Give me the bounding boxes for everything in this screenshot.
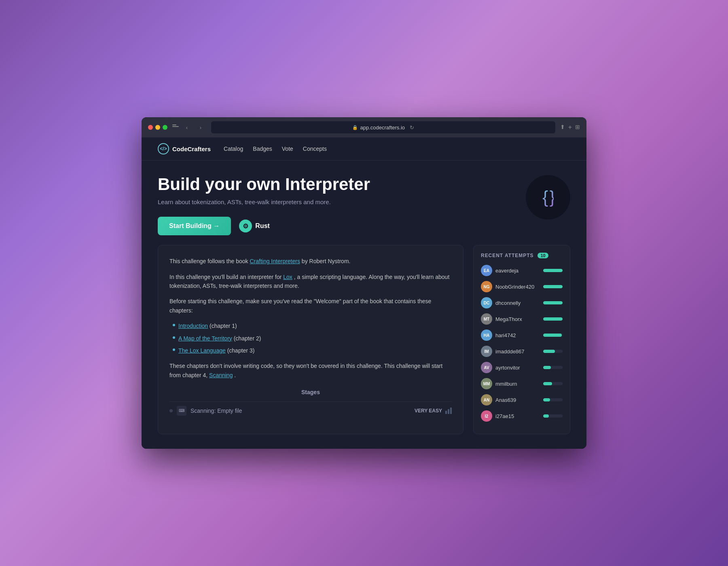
stage-left: ⌨ Scanning: Empty file — [169, 406, 242, 416]
browser-controls: ‹ › — [172, 122, 206, 133]
language-badge[interactable]: ⚙ Rust — [239, 220, 270, 232]
nav-badges[interactable]: Badges — [253, 146, 272, 152]
attempt-row[interactable]: DCdhconnelly — [481, 297, 563, 308]
progress-bar — [543, 334, 563, 337]
progress-bar — [543, 301, 563, 304]
chapters-list: Introduction (chapter 1) A Map of the Te… — [173, 321, 452, 355]
start-building-button[interactable]: Start Building → — [158, 217, 231, 235]
browser-chrome: ‹ › 🔒 app.codecrafters.io ↻ ⬆ + ⊞ — [142, 117, 586, 137]
interpreter-icon: { } — [526, 175, 570, 220]
attempt-username: i27ae15 — [495, 413, 514, 419]
back-button[interactable]: ‹ — [181, 122, 193, 133]
share-icon[interactable]: ⬆ — [560, 124, 565, 131]
attempt-username: dhconnelly — [495, 300, 521, 306]
avatar: MT — [481, 313, 492, 325]
stage-status-icon — [169, 409, 173, 412]
scanning-link[interactable]: Scanning — [209, 372, 233, 378]
hero-subtitle: Learn about tokenization, ASTs, tree-wal… — [158, 199, 510, 205]
progress-bar-fill — [543, 414, 549, 418]
progress-bar-fill — [543, 350, 555, 353]
avatar: HA — [481, 329, 492, 341]
attempt-left: HAhari4742 — [481, 329, 516, 341]
tabs-icon[interactable]: ⊞ — [575, 124, 580, 131]
recent-attempts-panel: RECENT ATTEMPTS 10 EAeaverdejaNGNoobGrin… — [473, 245, 570, 434]
list-item: The Lox Language (chapter 3) — [173, 346, 452, 355]
logo-icon: </> — [158, 143, 169, 154]
map-territory-link[interactable]: A Map of the Territory — [178, 335, 232, 342]
avatar: MM — [481, 378, 492, 389]
attempt-row[interactable]: MMmmilburn — [481, 378, 563, 389]
introduction-link[interactable]: Introduction — [178, 323, 208, 329]
attempt-left: EAeaverdeja — [481, 265, 518, 276]
attempt-row[interactable]: NGNoobGrinder420 — [481, 281, 563, 292]
attempt-left: IMimaddde867 — [481, 346, 525, 357]
maximize-button[interactable] — [163, 125, 167, 130]
list-item: Introduction (chapter 1) — [173, 321, 452, 330]
address-bar[interactable]: 🔒 app.codecrafters.io ↻ — [211, 121, 555, 133]
progress-bar — [543, 382, 563, 385]
forward-button[interactable]: › — [195, 122, 206, 133]
attempt-row[interactable]: I2i27ae15 — [481, 410, 563, 422]
avatar: AN — [481, 394, 492, 405]
nav-logo[interactable]: </> CodeCrafters — [158, 143, 211, 154]
attempt-row[interactable]: ANAnas639 — [481, 394, 563, 405]
crafting-interpreters-link[interactable]: Crafting Interpreters — [250, 258, 300, 264]
avatar: AV — [481, 362, 492, 373]
browser-window: ‹ › 🔒 app.codecrafters.io ↻ ⬆ + ⊞ </> Co… — [142, 117, 586, 449]
lox-language-link[interactable]: The Lox Language — [178, 347, 226, 354]
main-layout: This challenge follows the book Crafting… — [142, 245, 586, 442]
stage-type-icon: ⌨ — [177, 406, 186, 416]
reload-icon[interactable]: ↻ — [410, 125, 414, 131]
sidebar: RECENT ATTEMPTS 10 EAeaverdejaNGNoobGrin… — [473, 245, 570, 434]
progress-bar — [543, 269, 563, 272]
attempt-row[interactable]: AVayrtonvitor — [481, 362, 563, 373]
attempt-row[interactable]: HAhari4742 — [481, 329, 563, 341]
stage-difficulty: VERY EASY — [415, 407, 452, 415]
nav-concepts[interactable]: Concepts — [303, 146, 327, 152]
attempts-list: EAeaverdejaNGNoobGrinder420DCdhconnellyM… — [481, 265, 563, 422]
attempt-username: ayrtonvitor — [495, 365, 520, 371]
lox-link[interactable]: Lox — [283, 274, 292, 280]
attempt-username: hari4742 — [495, 332, 516, 338]
difficulty-bars-icon — [445, 408, 452, 414]
avatar: I2 — [481, 410, 492, 422]
logo-code-icon: </> — [160, 146, 167, 152]
bullet-icon — [173, 324, 175, 326]
nav-vote[interactable]: Vote — [282, 146, 293, 152]
attempt-username: eaverdeja — [495, 268, 518, 274]
rust-logo-icon: ⚙ — [239, 220, 252, 232]
progress-bar-fill — [543, 317, 563, 321]
stage-name: Scanning: Empty file — [190, 406, 242, 415]
hero-actions: Start Building → ⚙ Rust — [158, 217, 510, 235]
attempt-row[interactable]: MTMegaThorx — [481, 313, 563, 325]
avatar: NG — [481, 281, 492, 292]
attempt-username: imaddde867 — [495, 348, 525, 355]
attempt-row[interactable]: IMimaddde867 — [481, 346, 563, 357]
attempt-left: DCdhconnelly — [481, 297, 521, 308]
progress-bar-fill — [543, 382, 552, 385]
progress-bar — [543, 398, 563, 401]
attempt-left: NGNoobGrinder420 — [481, 281, 534, 292]
stages-label: Stages — [169, 388, 452, 397]
attempt-username: mmilburn — [495, 381, 517, 387]
close-button[interactable] — [148, 125, 153, 130]
attempt-left: MMmmilburn — [481, 378, 517, 389]
sidebar-toggle-icon[interactable] — [172, 125, 179, 130]
browser-actions: ⬆ + ⊞ — [560, 124, 580, 131]
progress-bar-fill — [543, 301, 563, 304]
stage-row[interactable]: ⌨ Scanning: Empty file VERY EASY — [169, 401, 452, 420]
attempt-left: MTMegaThorx — [481, 313, 522, 325]
attempt-row[interactable]: EAeaverdeja — [481, 265, 563, 276]
nav-catalog[interactable]: Catalog — [224, 146, 243, 152]
avatar: IM — [481, 346, 492, 357]
attempts-count-badge: 10 — [538, 253, 548, 258]
new-tab-icon[interactable]: + — [568, 124, 572, 131]
progress-bar — [543, 285, 563, 288]
progress-bar — [543, 317, 563, 321]
progress-bar-fill — [543, 366, 551, 369]
attempt-left: ANAnas639 — [481, 394, 516, 405]
curly-braces-icon: { } — [542, 188, 554, 207]
minimize-button[interactable] — [155, 125, 160, 130]
content-card: This challenge follows the book Crafting… — [158, 245, 463, 434]
language-label: Rust — [255, 222, 270, 230]
